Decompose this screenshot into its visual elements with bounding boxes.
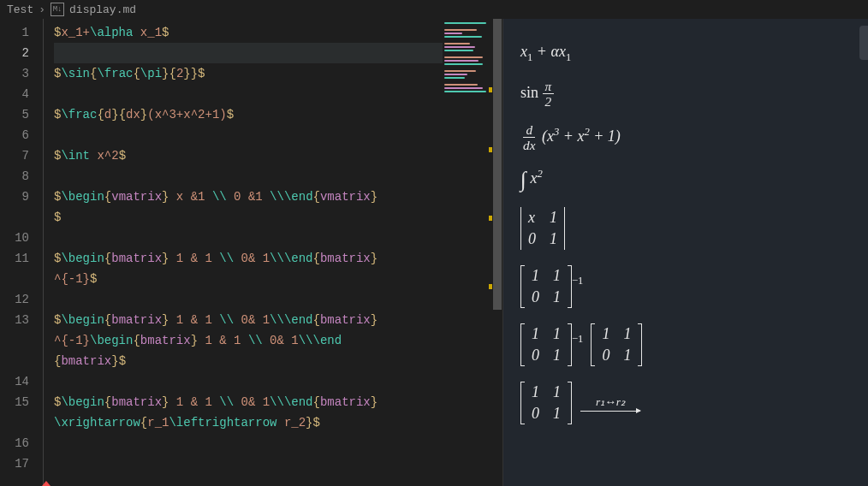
- line-number: 2: [0, 43, 29, 63]
- breadcrumb-file[interactable]: display.md: [69, 3, 136, 16]
- code-line[interactable]: [54, 453, 443, 474]
- markdown-preview: x1 + αx1sin π2ddx (x3 + x2 + 1)∫ x2x1011…: [503, 19, 868, 486]
- code-line[interactable]: {bmatrix}$: [54, 351, 443, 371]
- code-line[interactable]: ^{-1}\begin{bmatrix} 1 & 1 \\ 0& 1\\\end: [54, 330, 443, 351]
- line-number: [0, 330, 29, 351]
- line-number-gutter: 1234567891011121314151617: [0, 19, 43, 486]
- overview-ruler: [489, 19, 492, 486]
- line-number: 11: [0, 248, 29, 269]
- code-line[interactable]: $x_1+\alpha x_1$: [54, 22, 443, 43]
- code-line[interactable]: $\int x^2$: [54, 145, 443, 166]
- scrollbar-thumb[interactable]: [493, 19, 502, 310]
- line-number: 6: [0, 125, 29, 145]
- vertical-scrollbar[interactable]: [490, 19, 502, 486]
- code-line[interactable]: [54, 84, 443, 104]
- chevron-right-icon: ›: [39, 3, 45, 16]
- line-number: 15: [0, 392, 29, 412]
- code-line[interactable]: [54, 433, 443, 453]
- code-line[interactable]: ^{-1}$: [54, 269, 443, 289]
- code-line[interactable]: $\frac{d}{dx}(x^3+x^2+1)$: [54, 104, 443, 125]
- preview-item: 1101r₁↔r₂: [520, 382, 851, 424]
- preview-item: x1 + αx1: [520, 43, 851, 64]
- preview-item: ∫ x2: [520, 168, 851, 192]
- line-number: [0, 412, 29, 433]
- line-number: 4: [0, 84, 29, 104]
- code-line[interactable]: [54, 166, 443, 187]
- preview-item: ddx (x3 + x2 + 1): [520, 123, 851, 152]
- markdown-file-icon: M↓: [51, 3, 64, 16]
- code-line[interactable]: $\sin{\frac{\pi}{2}}$: [54, 63, 443, 84]
- side-panel-toggle[interactable]: [859, 26, 868, 60]
- code-area[interactable]: $x_1+\alpha x_1$$\sin{\frac{\pi}{2}}$$\f…: [43, 19, 443, 486]
- code-line[interactable]: [54, 289, 443, 310]
- line-number: 3: [0, 63, 29, 84]
- breadcrumb[interactable]: Test › M↓ display.md: [0, 0, 868, 19]
- code-line[interactable]: [54, 228, 443, 248]
- line-number: 17: [0, 453, 29, 474]
- preview-item: 1101−1 1101: [520, 323, 851, 366]
- code-line[interactable]: [54, 43, 443, 63]
- line-number: 7: [0, 145, 29, 166]
- code-line[interactable]: $\begin{bmatrix} 1 & 1 \\ 0& 1\\\end{bma…: [54, 392, 443, 412]
- code-line[interactable]: [54, 125, 443, 145]
- line-number: [0, 269, 29, 289]
- line-number: 12: [0, 289, 29, 310]
- line-number: [0, 351, 29, 371]
- preview-item: sin π2: [520, 80, 851, 109]
- code-line[interactable]: $\begin{bmatrix} 1 & 1 \\ 0& 1\\\end{bma…: [54, 310, 443, 330]
- line-number: [0, 207, 29, 228]
- code-line[interactable]: $\begin{bmatrix} 1 & 1 \\ 0& 1\\\end{bma…: [54, 248, 443, 269]
- code-editor[interactable]: 1234567891011121314151617 $x_1+\alpha x_…: [0, 19, 503, 486]
- preview-item: 1101−1: [520, 265, 851, 308]
- error-indicator-icon: [42, 481, 51, 486]
- line-number: 1: [0, 22, 29, 43]
- line-number: 14: [0, 371, 29, 392]
- line-number: 8: [0, 166, 29, 187]
- code-line[interactable]: $: [54, 207, 443, 228]
- line-number: 13: [0, 310, 29, 330]
- code-line[interactable]: [54, 371, 443, 392]
- code-line[interactable]: \xrightarrow{r_1\leftrightarrow r_2}$: [54, 412, 443, 433]
- code-line[interactable]: $\begin{vmatrix} x &1 \\ 0 &1 \\\end{vma…: [54, 187, 443, 207]
- line-number: 9: [0, 187, 29, 207]
- line-number: 10: [0, 228, 29, 248]
- breadcrumb-root[interactable]: Test: [7, 3, 33, 16]
- line-number: 5: [0, 104, 29, 125]
- preview-item: x101: [520, 207, 851, 250]
- line-number: 16: [0, 433, 29, 453]
